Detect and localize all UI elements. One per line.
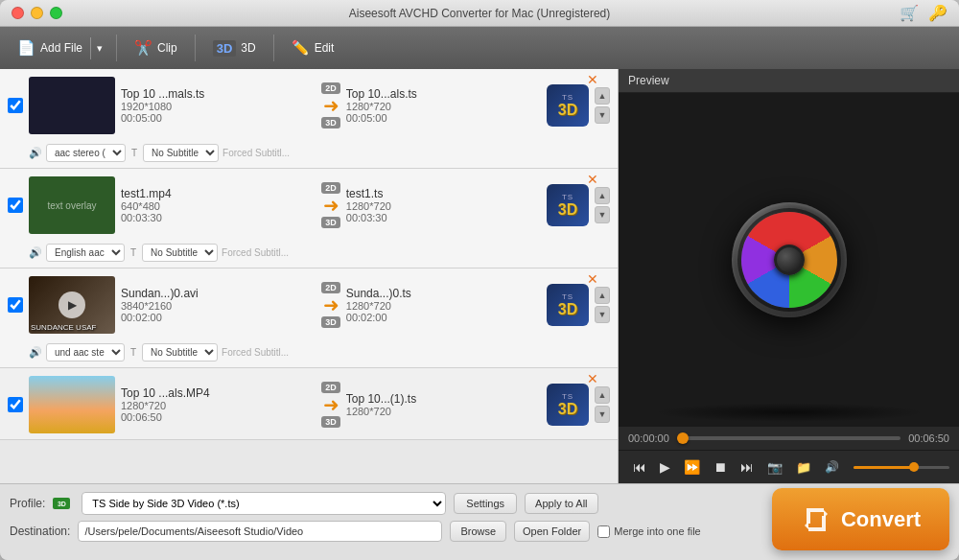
clip-icon: ✂️: [134, 39, 152, 57]
file-item: ✕ text overlay test1.mp4 640*480 00:03:3…: [0, 169, 618, 268]
file-resolution-right: 1280*720: [346, 200, 541, 212]
file-checkbox[interactable]: [8, 198, 23, 213]
file-name: Sundan...)0.avi: [121, 287, 316, 300]
file-name-right: Top 10...(1).ts: [346, 392, 541, 406]
file-checkbox[interactable]: [8, 397, 23, 412]
cart-icon[interactable]: 🛒: [900, 4, 919, 22]
conversion-arrow: 2D ➜ 3D: [321, 382, 340, 428]
file-name-right: Sunda...)0.ts: [346, 287, 541, 300]
remove-file-button[interactable]: ✕: [587, 73, 598, 86]
minimize-button[interactable]: [31, 7, 43, 19]
subtitle-select[interactable]: No Subtitle: [143, 144, 219, 162]
file-info-left: test1.mp4 640*480 00:03:30: [121, 187, 316, 223]
file-item-row1: Top 10 ...als.MP4 1280*720 00:06:50 2D ➜…: [8, 376, 610, 439]
audio-icon: 🔊: [29, 147, 42, 159]
scroll-up-button[interactable]: ▲: [595, 287, 610, 304]
convert-label: Convert: [841, 507, 921, 532]
remove-file-button[interactable]: ✕: [587, 173, 598, 186]
profile-select[interactable]: TS Side by Side 3D Video (*.ts): [82, 492, 446, 515]
scroll-buttons: ▲ ▼: [595, 87, 610, 124]
merge-checkbox[interactable]: [597, 525, 610, 538]
subtitle-select[interactable]: No Subtitle: [142, 244, 218, 262]
remove-file-button[interactable]: ✕: [587, 272, 598, 286]
subtitle-icon: T: [129, 347, 138, 358]
file-list-panel: ✕ Top 10 ...mals.ts 1920*1080 00:05:00 2…: [0, 69, 619, 483]
volume-fill: [854, 466, 911, 469]
scroll-down-button[interactable]: ▼: [595, 206, 610, 223]
file-duration-right: 00:03:30: [346, 212, 541, 223]
progress-track[interactable]: [677, 436, 901, 440]
scroll-down-button[interactable]: ▼: [595, 406, 610, 423]
3d-badge: 3D: [321, 316, 340, 328]
file-checkbox[interactable]: [8, 98, 23, 113]
destination-input[interactable]: [78, 521, 442, 542]
scroll-down-button[interactable]: ▼: [595, 306, 610, 323]
fast-forward-button[interactable]: ⏩: [679, 456, 705, 478]
skip-back-button[interactable]: ⏮: [628, 456, 651, 478]
edit-button[interactable]: ✏️ Edit: [282, 35, 344, 61]
file-name-right: Top 10...als.ts: [346, 87, 541, 101]
add-file-group: 📄 Add File ▾: [10, 35, 108, 61]
profile-label: Profile:: [10, 497, 45, 510]
browse-button[interactable]: Browse: [450, 521, 506, 542]
arrow-icon: ➜: [323, 196, 339, 215]
2d-badge: 2D: [321, 182, 340, 194]
file-resolution-right: 1280*720: [346, 406, 541, 417]
file-checkbox[interactable]: [8, 297, 23, 313]
thumb-bg: [29, 77, 115, 134]
remove-file-button[interactable]: ✕: [587, 372, 598, 385]
maximize-button[interactable]: [50, 7, 62, 19]
ts-label: TS: [562, 392, 573, 401]
ts-3d-icon[interactable]: TS 3D: [547, 184, 589, 226]
scroll-up-button[interactable]: ▲: [595, 187, 610, 204]
thumb-label: SUNDANCE USAF: [31, 323, 96, 332]
add-file-button[interactable]: 📄 Add File: [10, 35, 90, 61]
arrow-icon: ➜: [323, 295, 339, 315]
preview-icon: [732, 202, 847, 317]
file-name: test1.mp4: [121, 187, 316, 200]
audio-select[interactable]: aac stereo (: [46, 144, 126, 162]
file-resolution-right: 1280*720: [346, 300, 541, 312]
stop-button[interactable]: ⏹: [709, 456, 732, 478]
progress-thumb[interactable]: [677, 432, 689, 444]
open-folder-button[interactable]: Open Folder: [514, 521, 590, 542]
volume-slider[interactable]: [854, 466, 949, 469]
scroll-up-button[interactable]: ▲: [595, 87, 610, 105]
conversion-arrow: 2D ➜ 3D: [321, 82, 340, 128]
ts-3d-icon[interactable]: TS 3D: [547, 384, 589, 426]
subtitle-select[interactable]: No Subtitle: [142, 343, 218, 362]
scroll-down-button[interactable]: ▼: [595, 106, 610, 124]
settings-button[interactable]: Settings: [454, 493, 517, 514]
close-button[interactable]: [12, 7, 24, 19]
preview-title: Preview: [628, 74, 669, 87]
ts-3d-icon[interactable]: TS 3D: [547, 84, 589, 127]
scroll-up-button[interactable]: ▲: [595, 386, 610, 404]
folder-button[interactable]: 📁: [791, 457, 816, 478]
add-file-dropdown-button[interactable]: ▾: [90, 37, 108, 59]
audio-select[interactable]: und aac ste: [46, 343, 125, 362]
ts-3d-icon[interactable]: TS 3D: [547, 284, 589, 326]
3d-icon: 3D: [213, 40, 237, 57]
skip-forward-button[interactable]: ⏭: [736, 456, 759, 478]
3d-button[interactable]: 3D 3D: [203, 35, 266, 61]
file-item-row1: ▶ SUNDANCE USAF Sundan...)0.avi 3840*216…: [8, 276, 610, 339]
profile-format-icon: 3D: [53, 498, 70, 509]
3d-text: 3D: [558, 201, 577, 219]
user-icon[interactable]: 🔑: [928, 4, 947, 22]
volume-thumb[interactable]: [909, 462, 919, 472]
arrow-icon: ➜: [323, 395, 339, 414]
convert-button[interactable]: Convert: [772, 488, 949, 550]
merge-label: Merge into one file: [597, 525, 701, 538]
separator-3: [273, 35, 274, 61]
clip-button[interactable]: ✂️ Clip: [125, 35, 187, 61]
file-item: ✕ ▶ SUNDANCE USAF Sundan...)0.avi 3840*2…: [0, 268, 618, 368]
file-resolution-right: 1280*720: [346, 101, 541, 112]
edit-icon: ✏️: [292, 39, 310, 57]
play-button[interactable]: ▶: [655, 456, 675, 478]
screenshot-button[interactable]: 📷: [762, 457, 787, 478]
audio-select[interactable]: English aac: [46, 244, 125, 262]
3d-label: 3D: [241, 41, 255, 55]
apply-to-all-button[interactable]: Apply to All: [525, 493, 597, 514]
3d-text: 3D: [558, 102, 577, 119]
file-thumbnail: [29, 77, 115, 134]
